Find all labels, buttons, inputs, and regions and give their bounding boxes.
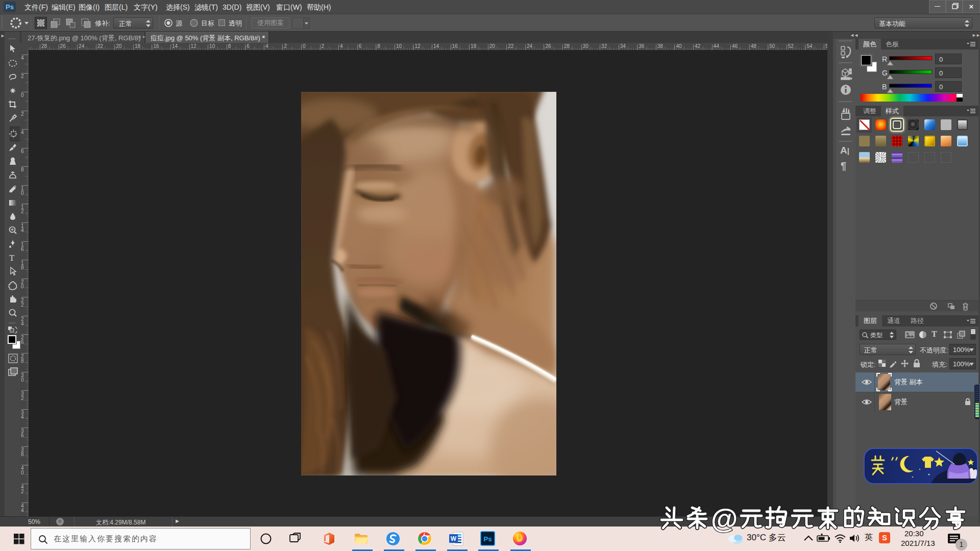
svg-text:W: W <box>451 535 457 542</box>
svg-text:Ps: Ps <box>484 535 492 543</box>
